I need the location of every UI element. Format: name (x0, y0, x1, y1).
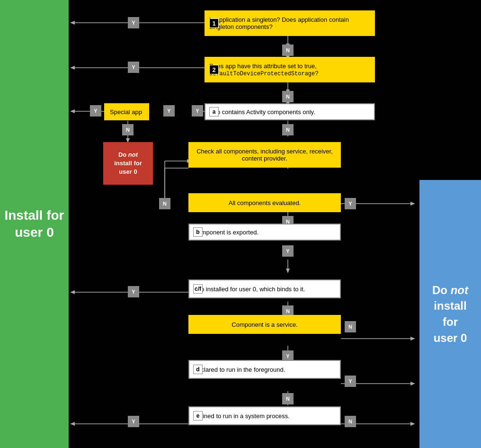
svg-marker-10 (70, 21, 75, 25)
qa-y-badge: Y (192, 105, 203, 116)
qcf-box: c/f App installed for user 0, which bind… (188, 279, 341, 298)
svg-marker-12 (70, 66, 75, 70)
svg-marker-16 (70, 109, 75, 113)
qd-y-badge: Y (345, 376, 356, 387)
special-y-badge: Y (163, 105, 175, 116)
qd-n-badge: N (282, 393, 294, 404)
qd-text: Declared to run in the foreground. (193, 366, 285, 373)
qe-y-badge: Y (128, 416, 139, 427)
do-not-install-box: Do notinstall foruser 0 (103, 142, 153, 185)
qd-label: d (193, 365, 203, 374)
q1-text: Is application a singleton? Does applica… (209, 16, 370, 30)
q2-text: Does app have this attribute set to true… (209, 63, 370, 77)
special-left-y-badge: Y (90, 105, 101, 116)
qb-text: Component is exported. (193, 229, 258, 236)
special-app-text: Special app (110, 108, 142, 116)
qa-box: a App contains Activity components only. (205, 103, 375, 120)
qcf-label: c/f (193, 284, 203, 294)
svg-marker-41 (410, 382, 415, 385)
right-panel: Do notinstallforuser 0 (419, 180, 481, 448)
qb-y-badge: Y (282, 245, 294, 257)
q1-n-badge: N (282, 45, 294, 56)
left-panel: Install for user 0 (0, 0, 69, 448)
all-eval-n-badge: N (159, 198, 170, 209)
q1-label: 1 (209, 18, 219, 28)
q2-n-badge: N (282, 91, 294, 102)
svg-marker-30 (286, 269, 290, 273)
is-service-n-badge: N (345, 321, 356, 332)
qcf-y-badge: Y (128, 286, 139, 297)
svg-marker-33 (70, 290, 75, 294)
special-n-badge: N (122, 124, 134, 135)
qb-box: b Component is exported. (188, 224, 341, 241)
qa-n-badge: N (282, 124, 294, 135)
q2-box: 2 Does app have this attribute set to tr… (205, 57, 375, 82)
is-service-box: Component is a service. (188, 315, 341, 334)
qe-text: Defined to run in a system process. (193, 412, 290, 420)
svg-marker-37 (410, 337, 415, 340)
right-panel-text: Do notinstallforuser 0 (432, 282, 468, 346)
q2-y-badge: Y (128, 62, 139, 73)
all-eval-y-badge: Y (345, 198, 356, 209)
qe-label: e (193, 411, 203, 421)
all-evaluated-box: All components evaluated. (188, 193, 341, 212)
check-components-text: Check all components, including service,… (193, 148, 336, 162)
svg-marker-46 (70, 422, 75, 426)
check-components-box: Check all components, including service,… (188, 142, 341, 168)
qa-text: App contains Activity components only. (209, 108, 315, 116)
do-not-install-text: Do notinstall foruser 0 (114, 151, 142, 177)
svg-marker-24 (410, 202, 415, 206)
qcf-text: App installed for user 0, which binds to… (193, 286, 305, 293)
svg-marker-48 (410, 422, 415, 426)
is-service-text: Component is a service. (232, 321, 297, 328)
q1-box: 1 Is application a singleton? Does appli… (205, 10, 375, 36)
diagram-container: Install for user 0 Do notinstallforuser … (0, 0, 481, 448)
left-panel-text: Install for user 0 (0, 207, 69, 242)
q2-label: 2 (209, 65, 219, 74)
qe-n-badge: N (345, 416, 356, 427)
qa-label: a (209, 107, 219, 116)
special-app-box: Special app (104, 103, 149, 120)
q1-y-badge: Y (128, 17, 139, 28)
qb-label: b (193, 227, 203, 237)
all-evaluated-text: All components evaluated. (229, 199, 301, 206)
qe-box: e Defined to run in a system process. (188, 406, 341, 425)
qd-box: d Declared to run in the foreground. (188, 360, 341, 379)
